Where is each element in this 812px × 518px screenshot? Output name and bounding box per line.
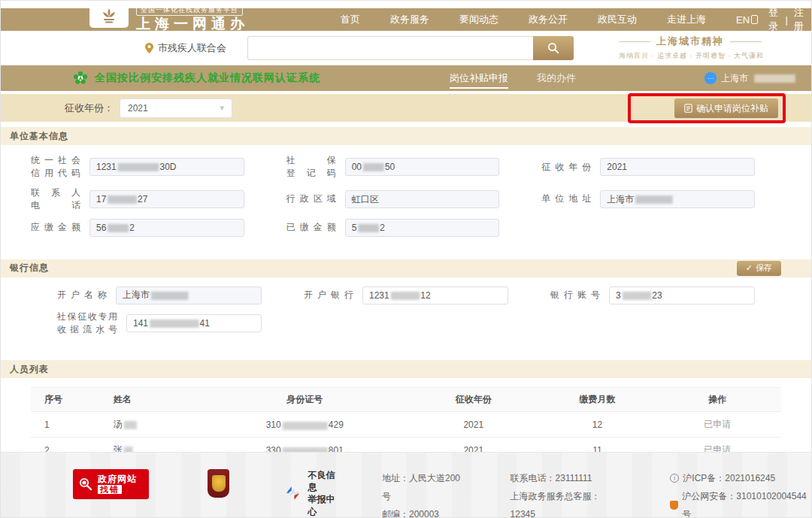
- field-label-account-name: 开户名称: [57, 289, 107, 301]
- police-badge-icon: [670, 501, 678, 510]
- field-collection-year: 征收年份2021: [541, 154, 755, 180]
- document-icon: [684, 104, 692, 113]
- org-name: 市残疾人联合会: [158, 41, 226, 55]
- col-header-2: 身份证号: [204, 388, 406, 412]
- system-banner: 全国按比例安排残疾人就业情况联网认证系统 岗位补贴申报我的办件 ··· 上海市 …: [1, 65, 811, 91]
- field-input-bank-account-no[interactable]: 3███████23: [609, 286, 755, 304]
- col-header-5: 操作: [653, 388, 781, 412]
- field-contact-phone: 联系人 电话17███████27: [31, 186, 244, 213]
- field-receipt-serial-no: 社保征收专用 收据流水号141████████████41: [57, 310, 262, 337]
- location-icon: [145, 43, 153, 53]
- masked-text: ███: [124, 421, 136, 429]
- nav-item-3[interactable]: 政务公开: [527, 8, 569, 31]
- auth-divider: |: [785, 14, 787, 26]
- masked-text: █████: [108, 224, 128, 232]
- field-unit-address: 单位地址上海市█████████: [541, 186, 755, 213]
- cell-year: 2021: [406, 412, 541, 438]
- field-label-bank-name: 开户银行: [304, 289, 353, 301]
- nav-item-0[interactable]: 首页: [339, 8, 362, 31]
- city-spirit: 上海城市精神 海纳百川 · 追求卓越 · 开明睿智 · 大气谦和: [619, 35, 764, 61]
- magnolia-glyph: [99, 7, 119, 25]
- field-bank-account-no: 银行账号3███████23: [550, 286, 755, 304]
- report-center-icon: [283, 483, 302, 503]
- banner-tab-0[interactable]: 岗位补贴申报: [448, 66, 510, 90]
- banner-tabs: 岗位补贴申报我的办件: [448, 66, 577, 90]
- chat-icon: ···: [704, 72, 717, 84]
- field-label-receipt-serial-no: 社保征收专用 收据流水号: [57, 310, 117, 337]
- field-input-collection-year[interactable]: 2021: [600, 158, 755, 176]
- field-input-account-name[interactable]: 上海市█████████: [116, 286, 262, 304]
- save-button[interactable]: ✓ 保存: [737, 261, 781, 276]
- search-icon: [547, 42, 559, 54]
- field-input-bank-name[interactable]: 1231███████12: [362, 286, 508, 304]
- col-header-0: 序号: [31, 388, 91, 412]
- section-bank-info: 银行信息 ✓ 保存 开户名称上海市█████████开户银行1231██████…: [1, 259, 811, 347]
- city-spirit-title: 上海城市精神: [656, 35, 724, 48]
- cdpf-logo-icon: [72, 70, 89, 86]
- col-header-4: 缴费月数: [541, 388, 654, 412]
- search-button[interactable]: [533, 36, 574, 60]
- login-link[interactable]: 登录: [768, 6, 780, 33]
- field-district: 行政区域虹口区: [286, 186, 500, 213]
- masked-text: ████████████: [150, 320, 198, 327]
- gov-site-error-badge[interactable]: 政府网站 找错: [73, 469, 149, 499]
- user-name-masked: ██████████: [754, 74, 795, 82]
- shanghai-seal-icon: [89, 4, 129, 28]
- table-row: 1汤███310███████████429202112已申请: [31, 412, 781, 438]
- user-badge[interactable]: ··· 上海市 ██████████: [704, 72, 796, 85]
- system-title: 全国按比例安排残疾人就业情况联网认证系统: [95, 71, 320, 85]
- basic-info-fields: 统一社会 信用代码1231██████████30D社保 登记码00█████5…: [1, 145, 811, 247]
- nav-item-2[interactable]: 要闻动态: [458, 8, 500, 31]
- city-spirit-motto: 海纳百川 · 追求卓越 · 开明睿智 · 大气谦和: [619, 51, 764, 61]
- banner-tab-1[interactable]: 我的办件: [535, 66, 577, 90]
- masked-text: ███████████: [283, 422, 327, 429]
- field-input-payable-amount[interactable]: 56█████2: [89, 219, 244, 237]
- icp-record[interactable]: 沪ICP备：2021016245: [683, 469, 775, 487]
- user-name-prefix: 上海市: [721, 72, 748, 85]
- field-input-contact-phone[interactable]: 17███████27: [89, 190, 244, 208]
- nav-item-1[interactable]: 政务服务: [389, 8, 431, 31]
- field-input-receipt-serial-no[interactable]: 141████████████41: [126, 314, 262, 332]
- nav-item-5[interactable]: 走进上海: [665, 8, 707, 31]
- register-link[interactable]: 注册: [794, 6, 805, 33]
- check-icon: ✓: [746, 263, 753, 273]
- report-center-badge[interactable]: 不良信息 举报中心: [283, 469, 343, 518]
- footer-contact: 联系电话：23111111 上海政务服务总客服：12345: [511, 469, 623, 518]
- nav-menu: 首页政务服务要闻动态政务公开政民互动走进上海EN: [339, 8, 751, 31]
- field-label-collection-year: 征收年份: [541, 161, 591, 174]
- nav-item-6[interactable]: EN: [735, 10, 751, 30]
- field-input-social-insurance-reg-no[interactable]: 00█████50: [345, 158, 500, 176]
- field-label-contact-phone: 联系人 电话: [31, 186, 80, 213]
- cell-id-number: 310███████████429: [204, 412, 406, 438]
- basic-info-title: 单位基本信息: [10, 130, 68, 143]
- brand-title: 上海一网通办: [136, 17, 249, 32]
- site-logo[interactable]: 全国一体化在线政务服务平台 上海一网通办: [89, 5, 249, 32]
- field-input-unit-address[interactable]: 上海市█████████: [600, 190, 755, 208]
- field-input-paid-amount[interactable]: 5█████2: [345, 219, 500, 237]
- gov-emblem-badge[interactable]: [208, 469, 229, 498]
- collection-year-select[interactable]: 2021 ▾: [120, 98, 232, 118]
- filter-bar: 征收年份： 2021 ▾ 确认申请岗位补贴: [1, 94, 811, 122]
- field-input-credit-code[interactable]: 1231██████████30D: [89, 158, 244, 176]
- cell-action-status: 已申请: [653, 412, 781, 438]
- cell-name: 汤███: [91, 412, 204, 438]
- field-input-district[interactable]: 虹口区: [345, 190, 500, 208]
- nav-item-4[interactable]: 政民互动: [596, 8, 638, 31]
- footer: 政府网站 找错 不良信息 举报中心 地址：人民大道20: [1, 452, 811, 517]
- search-input[interactable]: [247, 36, 533, 60]
- masked-text: █████████: [635, 195, 671, 203]
- error-magnifier-icon: [77, 476, 94, 492]
- field-label-unit-address: 单位地址: [541, 192, 591, 205]
- col-header-1: 姓名: [91, 388, 204, 412]
- personnel-list-title: 人员列表: [10, 363, 49, 376]
- masked-text: ███████: [623, 292, 651, 299]
- police-record[interactable]: 沪公网安备：31010102004544号: [682, 487, 811, 518]
- masked-text: █████: [358, 224, 378, 232]
- field-label-social-insurance-reg-no: 社保 登记码: [286, 154, 336, 180]
- masked-text: ███████: [108, 195, 136, 203]
- org-selector[interactable]: 市残疾人联合会: [145, 41, 226, 55]
- nav-search-icon[interactable]: [751, 15, 758, 24]
- bank-info-title: 银行信息: [10, 262, 49, 274]
- page: 全国一体化在线政务服务平台 上海一网通办 首页政务服务要闻动态政务公开政民互动走…: [0, 0, 812, 518]
- confirm-apply-subsidy-button[interactable]: 确认申请岗位补贴: [674, 98, 778, 118]
